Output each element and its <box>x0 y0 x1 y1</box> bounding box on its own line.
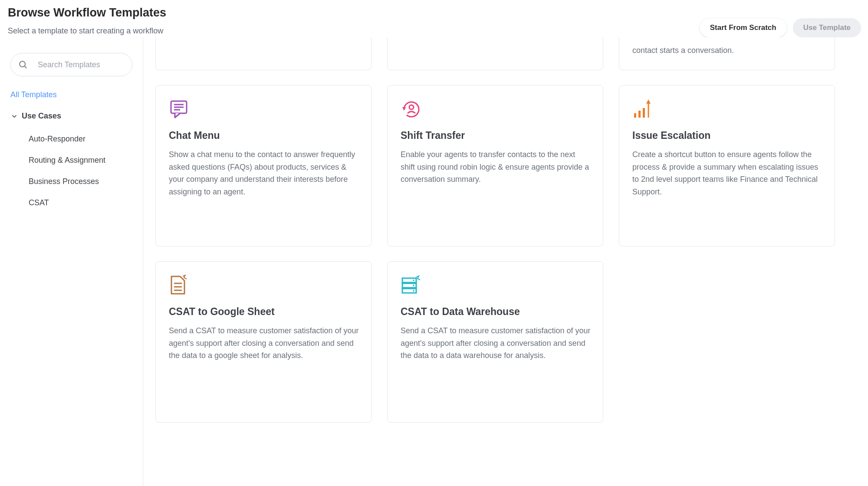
card-desc: Create a shortcut button to ensure agent… <box>632 148 822 198</box>
start-from-scratch-button[interactable]: Start From Scratch <box>700 18 787 37</box>
data-warehouse-icon <box>401 275 591 296</box>
shift-transfer-icon <box>401 99 591 120</box>
svg-point-21 <box>413 290 414 292</box>
svg-point-19 <box>413 279 414 281</box>
nav-item-business-processes[interactable]: Business Processes <box>29 171 132 192</box>
sidebar: All Templates Use Cases Auto-Responder R… <box>0 37 143 486</box>
card-desc: Send a CSAT to measure customer satisfac… <box>401 325 591 362</box>
template-card[interactable]: contact starts a conversation. <box>619 37 835 70</box>
card-title: CSAT to Google Sheet <box>169 306 359 318</box>
nav-all-templates[interactable]: All Templates <box>10 86 132 104</box>
card-title: Chat Menu <box>169 130 359 141</box>
card-title: Issue Escalation <box>632 130 822 141</box>
card-desc-fragment: contact starts a conversation. <box>632 44 822 57</box>
main-content: contact starts a conversation. <box>143 37 868 486</box>
nav-item-csat[interactable]: CSAT <box>29 192 132 213</box>
use-template-button[interactable]: Use Template <box>793 18 861 37</box>
svg-rect-9 <box>638 111 641 118</box>
template-card-issue-escalation[interactable]: Issue Escalation Create a shortcut butto… <box>619 85 835 246</box>
page-subtitle: Select a template to start creating a wo… <box>8 26 166 36</box>
google-sheet-icon <box>169 275 359 296</box>
nav-item-routing-assignment[interactable]: Routing & Assignment <box>29 150 132 171</box>
card-desc: Send a CSAT to measure customer satisfac… <box>169 325 359 362</box>
nav-section-use-cases[interactable]: Use Cases <box>10 107 132 125</box>
svg-line-1 <box>25 66 27 69</box>
svg-rect-10 <box>643 108 645 118</box>
chevron-down-icon <box>10 112 18 120</box>
card-title: Shift Transfer <box>401 130 591 141</box>
template-card[interactable] <box>155 37 372 70</box>
nav-item-auto-responder[interactable]: Auto-Responder <box>29 128 132 150</box>
search-input[interactable] <box>10 53 132 76</box>
svg-point-20 <box>413 285 414 286</box>
search-icon <box>18 60 28 69</box>
svg-marker-6 <box>402 107 406 111</box>
template-card[interactable] <box>387 37 603 70</box>
chat-icon <box>169 99 359 120</box>
template-card-chat-menu[interactable]: Chat Menu Show a chat menu to the contac… <box>155 85 372 246</box>
escalation-icon <box>632 99 822 120</box>
svg-rect-8 <box>634 113 636 118</box>
page-title: Browse Workflow Templates <box>8 6 166 20</box>
card-desc: Show a chat menu to the contact to answe… <box>169 148 359 198</box>
template-card-csat-data-warehouse[interactable]: CSAT to Data Warehouse Send a CSAT to me… <box>387 261 603 423</box>
svg-marker-12 <box>646 99 651 104</box>
svg-point-7 <box>409 105 414 109</box>
card-desc: Enable your agents to transfer contacts … <box>401 148 591 186</box>
template-card-shift-transfer[interactable]: Shift Transfer Enable your agents to tra… <box>387 85 603 246</box>
nav-section-title: Use Cases <box>22 112 61 121</box>
card-title: CSAT to Data Warehouse <box>401 306 591 318</box>
svg-point-0 <box>20 61 25 67</box>
template-card-csat-google-sheet[interactable]: CSAT to Google Sheet Send a CSAT to meas… <box>155 261 372 423</box>
